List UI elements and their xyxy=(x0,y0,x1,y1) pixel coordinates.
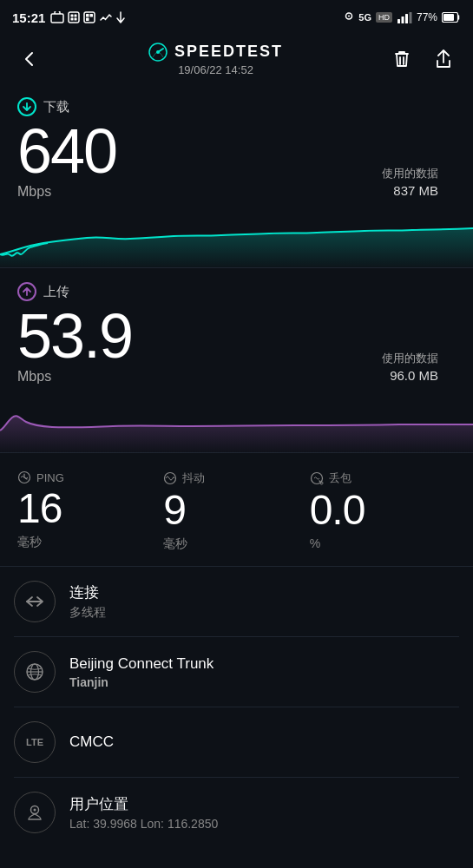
ping-value: 16 xyxy=(17,488,163,529)
svg-point-11 xyxy=(348,16,350,17)
upload-icon xyxy=(17,282,36,301)
svg-rect-1 xyxy=(69,12,79,23)
loss-unit: % xyxy=(310,536,456,550)
loss-stat: 丢包 0.0 % xyxy=(310,470,456,552)
svg-rect-7 xyxy=(86,14,89,17)
loss-label: 丢包 xyxy=(329,470,351,486)
upload-data-used-value: 96.0 MB xyxy=(382,366,438,385)
connection-subtitle: 多线程 xyxy=(69,605,106,621)
svg-rect-13 xyxy=(401,16,404,23)
download-chart xyxy=(0,207,473,267)
download-speed-row: 640 Mbps 使用的数据 837 MB xyxy=(17,120,456,200)
jitter-label: 抖动 xyxy=(182,470,205,486)
upload-chart xyxy=(0,391,473,452)
svg-rect-9 xyxy=(86,18,89,22)
download-value: 640 xyxy=(17,120,116,182)
connection-text: 连接 多线程 xyxy=(69,582,106,621)
ping-label: PING xyxy=(36,471,64,484)
download-data-used-value: 837 MB xyxy=(382,181,438,200)
svg-rect-4 xyxy=(71,18,74,21)
connection-title: 连接 xyxy=(69,582,106,602)
status-right-icons: 5G HD 77% xyxy=(344,11,461,23)
title-text: SPEEDTEST xyxy=(174,43,283,61)
jitter-label-row: 抖动 xyxy=(163,470,309,486)
connection-item: 连接 多线程 xyxy=(14,567,459,637)
svg-rect-14 xyxy=(405,14,408,23)
ping-unit: 毫秒 xyxy=(17,535,163,550)
server-title: Beijing Connect Trunk xyxy=(69,655,214,673)
stats-row: PING 16 毫秒 抖动 9 毫秒 丢包 0.0 % xyxy=(0,453,473,566)
svg-rect-12 xyxy=(397,19,400,23)
time-display: 15:21 xyxy=(12,10,45,25)
svg-rect-8 xyxy=(90,14,94,17)
download-unit: Mbps xyxy=(17,184,116,200)
download-label: 下载 xyxy=(43,99,69,115)
nav-subtitle: 19/06/22 14:52 xyxy=(178,63,253,76)
jitter-stat: 抖动 9 毫秒 xyxy=(163,470,309,552)
jitter-unit: 毫秒 xyxy=(163,536,309,552)
upload-label: 上传 xyxy=(43,284,69,300)
svg-rect-0 xyxy=(51,14,63,23)
info-list: 连接 多线程 Beijing Connect Trunk Tianjin LTE… xyxy=(0,567,473,847)
connection-icon xyxy=(14,581,56,622)
jitter-value: 9 xyxy=(163,490,309,531)
loss-label-row: 丢包 xyxy=(310,470,456,486)
upload-section: 上传 53.9 Mbps 使用的数据 96.0 MB xyxy=(0,268,473,391)
server-subtitle: Tianjin xyxy=(69,675,214,689)
upload-label-row: 上传 xyxy=(17,282,456,301)
download-label-row: 下载 xyxy=(17,97,456,116)
nav-title: SPEEDTEST xyxy=(148,43,283,62)
ping-stat: PING 16 毫秒 xyxy=(17,470,163,552)
status-bar: 15:21 5G HD 77% xyxy=(0,0,473,35)
isp-icon: LTE xyxy=(14,721,56,763)
upload-unit: Mbps xyxy=(17,369,132,385)
location-icon xyxy=(14,792,56,833)
isp-title: CMCC xyxy=(69,733,114,751)
back-button[interactable] xyxy=(14,43,45,75)
svg-point-28 xyxy=(34,809,36,812)
svg-rect-6 xyxy=(84,12,95,23)
upload-value: 53.9 xyxy=(17,305,132,367)
location-text: 用户位置 Lat: 39.9968 Lon: 116.2850 xyxy=(69,794,218,831)
location-subtitle: Lat: 39.9968 Lon: 116.2850 xyxy=(69,817,218,831)
download-data-used-label: 使用的数据 xyxy=(382,166,438,181)
upload-data-used: 使用的数据 96.0 MB xyxy=(382,351,438,385)
server-icon xyxy=(14,651,56,693)
svg-rect-17 xyxy=(443,14,454,21)
download-icon xyxy=(17,97,36,116)
isp-text: CMCC xyxy=(69,733,114,751)
hd-badge: HD xyxy=(376,12,392,23)
server-item: Beijing Connect Trunk Tianjin xyxy=(14,637,459,707)
ping-label-row: PING xyxy=(17,470,163,484)
server-text: Beijing Connect Trunk Tianjin xyxy=(69,655,214,689)
download-section: 下载 640 Mbps 使用的数据 837 MB xyxy=(0,83,473,207)
lte-label: LTE xyxy=(26,737,43,747)
top-nav: SPEEDTEST 19/06/22 14:52 xyxy=(0,35,473,83)
loss-value: 0.0 xyxy=(310,490,456,531)
isp-item: LTE CMCC xyxy=(14,707,459,778)
status-icons xyxy=(50,11,125,23)
svg-rect-3 xyxy=(75,15,77,17)
network-type: 5G xyxy=(358,12,371,23)
status-time: 15:21 xyxy=(12,10,125,25)
download-data-used: 使用的数据 837 MB xyxy=(382,166,438,200)
delete-button[interactable] xyxy=(386,43,417,75)
svg-rect-5 xyxy=(75,18,77,21)
upload-speed-row: 53.9 Mbps 使用的数据 96.0 MB xyxy=(17,305,456,385)
battery-percent: 77% xyxy=(417,11,437,23)
svg-point-23 xyxy=(320,482,323,484)
location-item: 用户位置 Lat: 39.9968 Lon: 116.2850 xyxy=(14,778,459,847)
upload-data-used-label: 使用的数据 xyxy=(382,351,438,366)
nav-center: SPEEDTEST 19/06/22 14:52 xyxy=(148,43,283,76)
share-button[interactable] xyxy=(428,43,459,75)
location-title: 用户位置 xyxy=(69,794,218,814)
svg-rect-2 xyxy=(71,15,74,17)
svg-rect-15 xyxy=(409,12,411,23)
